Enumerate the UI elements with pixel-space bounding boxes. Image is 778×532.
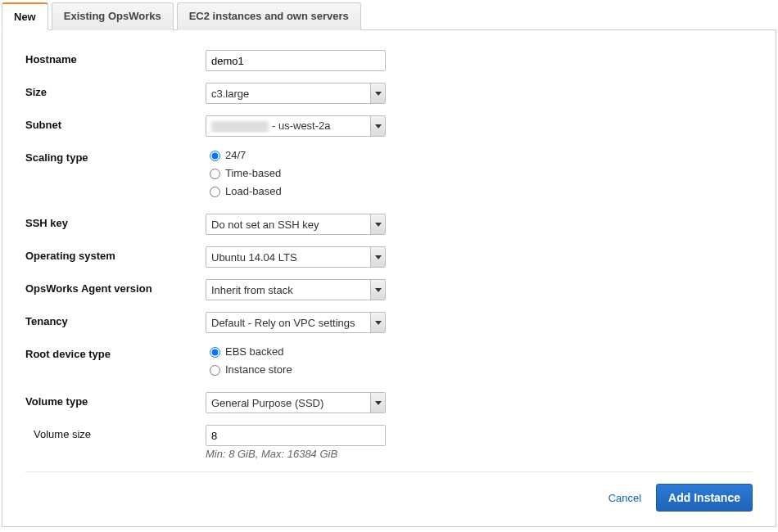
tab-ec2-own-servers[interactable]: EC2 instances and own servers (177, 2, 361, 30)
os-select-value: Ubuntu 14.04 LTS (206, 251, 370, 264)
root-device-radio-instance[interactable] (210, 365, 220, 376)
svg-marker-1 (375, 124, 382, 128)
root-device-radio-ebs[interactable] (210, 347, 220, 358)
tab-bar: New Existing OpsWorks EC2 instances and … (2, 2, 776, 30)
hostname-input[interactable] (206, 50, 386, 71)
scaling-radio-247[interactable] (210, 151, 220, 161)
svg-marker-6 (375, 401, 382, 405)
chevron-down-icon (370, 83, 385, 103)
volume-size-hint: Min: 8 GiB, Max: 16384 GiB (206, 448, 386, 460)
root-device-label: Root device type (25, 345, 206, 360)
root-device-radio-instance-label: Instance store (225, 363, 292, 376)
subnet-select-value: - us-west-2a (206, 119, 370, 133)
subnet-redacted (211, 121, 269, 133)
svg-marker-0 (375, 92, 382, 96)
svg-marker-3 (375, 255, 382, 259)
size-select-value: c3.large (206, 88, 370, 100)
root-device-radio-ebs-label: EBS backed (225, 345, 284, 358)
agent-version-label: OpsWorks Agent version (25, 279, 206, 295)
svg-marker-5 (375, 321, 382, 325)
volume-type-select-value: General Purpose (SSD) (206, 397, 370, 409)
volume-size-label: Volume size (25, 425, 206, 440)
svg-marker-4 (375, 288, 382, 292)
subnet-label: Subnet (25, 115, 206, 131)
scaling-radio-247-label: 24/7 (225, 149, 246, 161)
volume-type-label: Volume type (25, 392, 206, 408)
tab-existing-opsworks[interactable]: Existing OpsWorks (52, 2, 174, 30)
size-select[interactable]: c3.large (206, 83, 386, 104)
volume-type-select[interactable]: General Purpose (SSD) (206, 392, 386, 413)
tab-new[interactable]: New (2, 2, 48, 30)
chevron-down-icon (370, 247, 385, 267)
ssh-key-select-value: Do not set an SSH key (206, 219, 370, 231)
chevron-down-icon (370, 393, 385, 413)
tenancy-select-value: Default - Rely on VPC settings (206, 317, 370, 329)
volume-size-input[interactable] (206, 425, 386, 446)
tenancy-select[interactable]: Default - Rely on VPC settings (206, 312, 386, 333)
scaling-type-label: Scaling type (25, 148, 206, 164)
subnet-select[interactable]: - us-west-2a (206, 115, 386, 137)
agent-version-select-value: Inherit from stack (206, 284, 370, 296)
scaling-radio-load[interactable] (210, 187, 220, 197)
scaling-radio-time[interactable] (210, 169, 220, 179)
tenancy-label: Tenancy (25, 312, 206, 327)
scaling-radio-time-label: Time-based (225, 167, 281, 179)
add-instance-button[interactable]: Add Instance (656, 484, 753, 512)
os-select[interactable]: Ubuntu 14.04 LTS (206, 246, 386, 268)
scaling-radio-load-label: Load-based (225, 185, 282, 197)
svg-marker-2 (375, 223, 382, 227)
chevron-down-icon (370, 116, 385, 136)
chevron-down-icon (370, 280, 385, 300)
ssh-key-label: SSH key (25, 214, 206, 229)
ssh-key-select[interactable]: Do not set an SSH key (206, 214, 386, 235)
cancel-link[interactable]: Cancel (608, 492, 641, 504)
hostname-label: Hostname (25, 50, 206, 65)
chevron-down-icon (370, 313, 385, 332)
divider (25, 471, 753, 472)
tab-panel-new: Hostname Size c3.large Subnet - us-west-… (2, 30, 776, 527)
form-actions: Cancel Add Instance (25, 484, 753, 512)
agent-version-select[interactable]: Inherit from stack (206, 279, 386, 300)
os-label: Operating system (25, 246, 206, 262)
chevron-down-icon (370, 214, 385, 234)
size-label: Size (25, 83, 206, 98)
